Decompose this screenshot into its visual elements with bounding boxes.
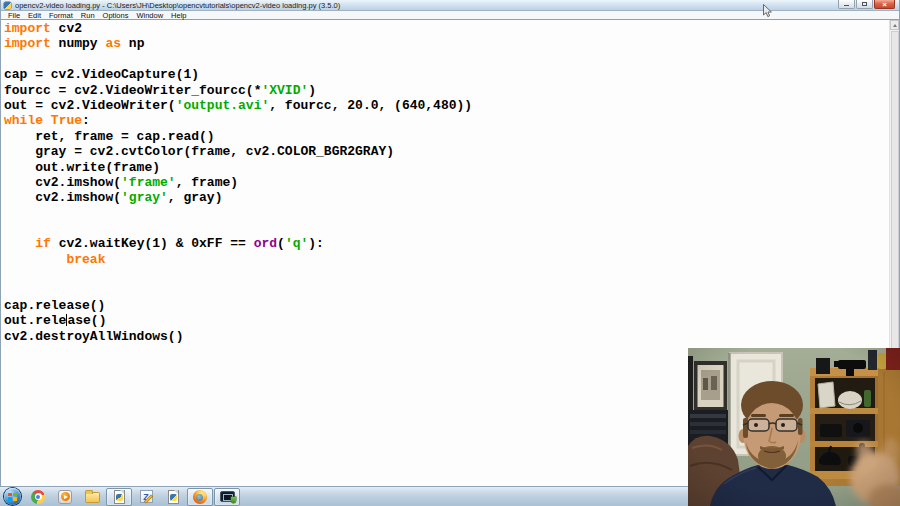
taskbar-z-editor-button[interactable] [133, 488, 159, 506]
code-line: break [4, 252, 888, 267]
taskbar-media-player-button[interactable] [52, 488, 78, 506]
code-line: out = cv2.VideoWriter('output.avi', four… [4, 98, 888, 113]
menu-item-help[interactable]: Help [167, 11, 190, 20]
code-line: cap.release() [4, 298, 888, 313]
webcam-overlay [688, 348, 900, 506]
code-line: cv2.destroyAllWindows() [4, 329, 888, 344]
taskbar-firefox-button[interactable] [187, 488, 213, 506]
z-editor-app-icon [140, 490, 153, 503]
python-file-icon [4, 2, 11, 9]
menu-item-run[interactable]: Run [77, 11, 99, 20]
menubar: File Edit Format Run Options Window Help [1, 11, 899, 20]
titlebar[interactable]: opencv2-video loading.py - C:\Users\JH\D… [1, 0, 899, 11]
webcam-picture [688, 348, 900, 506]
minimize-icon [844, 5, 849, 7]
chrome-icon [31, 490, 45, 504]
code-line: out.write(frame) [4, 160, 888, 175]
code-line: cap = cv2.VideoCapture(1) [4, 67, 888, 82]
python-idle-icon [114, 490, 125, 504]
window-controls: × [837, 0, 895, 9]
code-line [4, 283, 888, 298]
start-button[interactable] [4, 488, 21, 505]
explorer-icon [85, 492, 100, 503]
taskbar-python-file-button[interactable] [160, 488, 186, 506]
monitor-app-icon [220, 491, 235, 502]
arrow-up-icon [893, 24, 897, 27]
restore-button[interactable] [856, 0, 873, 9]
menu-item-edit[interactable]: Edit [24, 11, 45, 20]
screen: opencv2-video loading.py - C:\Users\JH\D… [0, 0, 900, 506]
menu-item-file[interactable]: File [4, 11, 24, 20]
code-line [4, 267, 888, 282]
minimize-button[interactable] [838, 0, 855, 9]
firefox-icon [193, 490, 207, 504]
vignette [688, 348, 900, 506]
close-button[interactable]: × [874, 0, 895, 9]
code-line [4, 206, 888, 221]
taskbar-explorer-button[interactable] [79, 488, 105, 506]
close-icon: × [882, 1, 887, 8]
code-line [4, 221, 888, 236]
code-line: out.release() [4, 313, 888, 328]
media-player-icon [58, 490, 72, 504]
menu-item-options[interactable]: Options [99, 11, 133, 20]
restore-icon [862, 2, 867, 6]
code-line: import numpy as np [4, 36, 888, 51]
code-line [4, 52, 888, 67]
taskbar-chrome-button[interactable] [25, 488, 51, 506]
windows-flag-icon [8, 493, 17, 501]
taskbar-monitor-app-button[interactable] [214, 488, 240, 506]
menu-item-format[interactable]: Format [45, 11, 77, 20]
code-line: ret, frame = cap.read() [4, 129, 888, 144]
menu-item-window[interactable]: Window [132, 11, 167, 20]
window-title: opencv2-video loading.py - C:\Users\JH\D… [15, 0, 899, 11]
code-line: cv2.imshow('frame', frame) [4, 175, 888, 190]
code-line: while True: [4, 113, 888, 128]
code-line: cv2.imshow('gray', gray) [4, 190, 888, 205]
code-line: gray = cv2.cvtColor(frame, cv2.COLOR_BGR… [4, 144, 888, 159]
code-line: import cv2 [4, 21, 888, 36]
code-line: fourcc = cv2.VideoWriter_fourcc(*'XVID') [4, 83, 888, 98]
scroll-up-button[interactable] [890, 20, 899, 30]
code-line: if cv2.waitKey(1) & 0xFF == ord('q'): [4, 236, 888, 251]
python-file-icon [168, 490, 179, 504]
taskbar-python-idle-button[interactable] [106, 488, 132, 506]
